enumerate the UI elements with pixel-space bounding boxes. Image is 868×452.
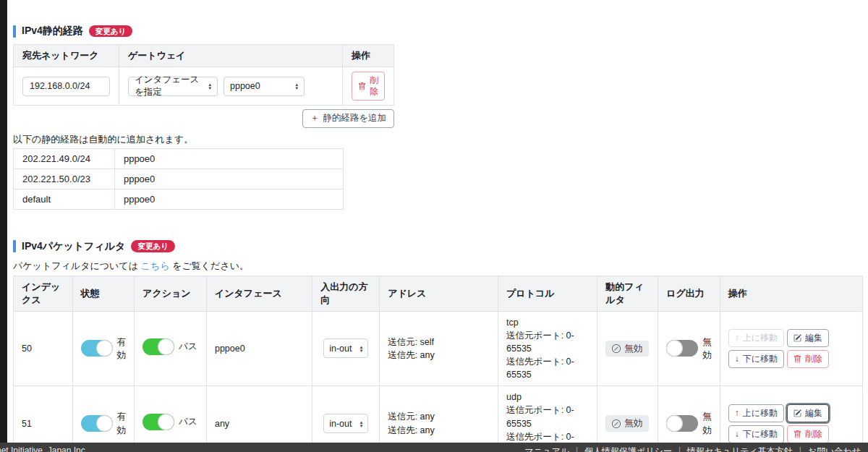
gateway-cell: インタフェースを指定 ▴▾ pppoe0 ▴▾ bbox=[119, 67, 343, 106]
state-label: 有効 bbox=[117, 336, 127, 362]
col-address: アドレス bbox=[380, 276, 498, 311]
static-routes-section-title: IPv4静的経路 変更あり bbox=[13, 25, 863, 38]
state-cell: 有効 bbox=[72, 311, 135, 386]
select-arrows-icon: ▴▾ bbox=[360, 345, 363, 352]
arrow-up-icon: ↑ bbox=[735, 408, 739, 419]
gateway-interface-select[interactable]: pppoe0 ▴▾ bbox=[224, 77, 305, 96]
static-route-row: インタフェースを指定 ▴▾ pppoe0 ▴▾ 削除 bbox=[14, 67, 394, 106]
select-arrows-icon: ▴▾ bbox=[208, 82, 211, 90]
protocol-src-port: 送信元ポート: 0-65535 bbox=[506, 404, 589, 430]
slash-circle-icon bbox=[612, 419, 621, 428]
gateway-interface-value: pppoe0 bbox=[230, 81, 260, 91]
edit-button[interactable]: 編集 bbox=[787, 329, 829, 347]
direction-select[interactable]: in-out ▴▾ bbox=[323, 414, 368, 433]
footer-separator: | bbox=[576, 445, 578, 452]
destination-cell bbox=[14, 67, 119, 106]
arrow-down-icon: ↓ bbox=[735, 429, 739, 440]
packet-filter-section-title: IPv4パケットフィルタ 変更あり bbox=[13, 240, 863, 253]
col-direction: 入出力の方向 bbox=[312, 276, 380, 311]
direction-value: in-out bbox=[329, 342, 352, 355]
state-toggle[interactable] bbox=[81, 415, 113, 432]
footer-link-manual[interactable]: マニュアル bbox=[525, 445, 569, 452]
log-toggle[interactable] bbox=[666, 415, 698, 432]
footer-link-privacy-policy[interactable]: 個人情報保護ポリシー bbox=[584, 445, 672, 452]
packet-filter-table: インデックス 状態 アクション インタフェース 入出力の方向 アドレス プロトコ… bbox=[13, 276, 863, 452]
col-gateway: ゲートウェイ bbox=[119, 45, 343, 67]
col-operation: 操作 bbox=[720, 276, 862, 311]
delete-route-button[interactable]: 削除 bbox=[352, 72, 385, 101]
col-action: アクション bbox=[135, 276, 207, 311]
move-up-label: 上に移動 bbox=[743, 333, 778, 344]
page-footer: net Initiative, Japan Inc. マニュアル | 個人情報保… bbox=[0, 443, 868, 452]
col-index: インデックス bbox=[14, 276, 73, 311]
action-toggle[interactable] bbox=[142, 414, 174, 430]
dynamic-filter-badge: 無効 bbox=[605, 415, 649, 432]
changed-badge: 変更あり bbox=[131, 240, 175, 252]
col-interface: インタフェース bbox=[206, 276, 312, 311]
move-down-button[interactable]: ↓下に移動 bbox=[728, 350, 784, 368]
help-link[interactable]: こちら bbox=[141, 260, 170, 271]
auto-route-interface: pppoe0 bbox=[114, 169, 343, 189]
pencil-square-icon bbox=[793, 334, 801, 342]
destination-input[interactable] bbox=[22, 77, 110, 96]
action-label: パス bbox=[179, 340, 197, 353]
interface-cell: pppoe0 bbox=[206, 311, 312, 386]
protocol-name: tcp bbox=[506, 316, 589, 329]
index-cell: 50 bbox=[14, 311, 73, 386]
select-arrows-icon: ▴▾ bbox=[360, 420, 363, 427]
auto-route-row: 202.221.50.0/23 pppoe0 bbox=[14, 169, 344, 189]
delete-label: 削除 bbox=[805, 429, 822, 440]
static-routes-table: 宛先ネットワーク ゲートウェイ 操作 インタフェースを指定 ▴▾ pppoe0 … bbox=[13, 44, 394, 106]
protocol-src-port: 送信元ポート: 0-65535 bbox=[506, 329, 589, 355]
state-toggle[interactable] bbox=[81, 340, 113, 357]
delete-filter-button[interactable]: 削除 bbox=[787, 350, 829, 368]
gateway-type-value: インタフェースを指定 bbox=[135, 74, 203, 98]
pencil-square-icon bbox=[793, 409, 801, 417]
footer-link-contact[interactable]: お問い合わせ bbox=[808, 445, 861, 452]
packet-filter-note: パケットフィルタについては こちら をご覧ください。 bbox=[13, 260, 863, 273]
footer-link-security-policy[interactable]: 情報セキュリティ基本方針 bbox=[687, 445, 793, 452]
delete-filter-button[interactable]: 削除 bbox=[787, 425, 829, 443]
address-cell: 送信元: self 送信先: any bbox=[380, 311, 498, 386]
footer-separator: | bbox=[678, 445, 681, 452]
auto-route-interface: pppoe0 bbox=[114, 189, 343, 209]
section-title-text: IPv4静的経路 bbox=[22, 25, 83, 38]
edit-label: 編集 bbox=[805, 333, 822, 344]
dynamic-filter-label: 無効 bbox=[624, 419, 642, 428]
address-src: 送信元: self bbox=[388, 336, 490, 349]
col-dynamic-filter: 動的フィルタ bbox=[597, 276, 658, 311]
move-up-button[interactable]: ↑上に移動 bbox=[728, 404, 784, 422]
auto-routes-table: 202.221.49.0/24 pppoe0 202.221.50.0/23 p… bbox=[13, 148, 344, 210]
operation-cell: 削除 bbox=[343, 67, 394, 106]
address-dst: 送信先: any bbox=[388, 424, 490, 437]
protocol-dst-port: 送信先ポート: 0-65535 bbox=[506, 355, 589, 381]
arrow-up-icon: ↑ bbox=[735, 333, 739, 344]
delete-label: 削除 bbox=[805, 354, 822, 364]
edit-label: 編集 bbox=[805, 408, 822, 419]
dynamic-filter-badge: 無効 bbox=[605, 341, 649, 357]
add-static-route-button[interactable]: ＋ 静的経路を追加 bbox=[302, 109, 394, 128]
section-title-text: IPv4パケットフィルタ bbox=[22, 240, 125, 253]
footer-separator: | bbox=[799, 445, 801, 452]
edit-button[interactable]: 編集 bbox=[787, 404, 829, 422]
direction-select[interactable]: in-out ▴▾ bbox=[323, 338, 368, 358]
action-toggle[interactable] bbox=[142, 338, 174, 355]
action-label: パス bbox=[179, 415, 197, 428]
auto-routes-note: 以下の静的経路は自動的に追加されます。 bbox=[13, 133, 863, 146]
action-cell: パス bbox=[135, 311, 207, 386]
slash-circle-icon bbox=[612, 344, 621, 353]
move-up-button: ↑上に移動 bbox=[728, 329, 784, 347]
auto-route-network: default bbox=[14, 189, 115, 209]
auto-route-network: 202.221.50.0/23 bbox=[14, 169, 115, 189]
move-up-label: 上に移動 bbox=[743, 408, 778, 419]
plus-icon: ＋ bbox=[310, 113, 320, 124]
arrow-down-icon: ↓ bbox=[735, 354, 739, 364]
auto-route-interface: pppoe0 bbox=[114, 148, 343, 169]
delete-route-label: 削除 bbox=[370, 75, 378, 97]
trash-icon bbox=[793, 430, 801, 438]
move-down-button[interactable]: ↓下に移動 bbox=[728, 425, 784, 443]
log-toggle[interactable] bbox=[666, 340, 698, 357]
select-arrows-icon: ▴▾ bbox=[295, 82, 298, 90]
static-routes-header-row: 宛先ネットワーク ゲートウェイ 操作 bbox=[14, 45, 394, 67]
gateway-type-select[interactable]: インタフェースを指定 ▴▾ bbox=[128, 77, 218, 96]
